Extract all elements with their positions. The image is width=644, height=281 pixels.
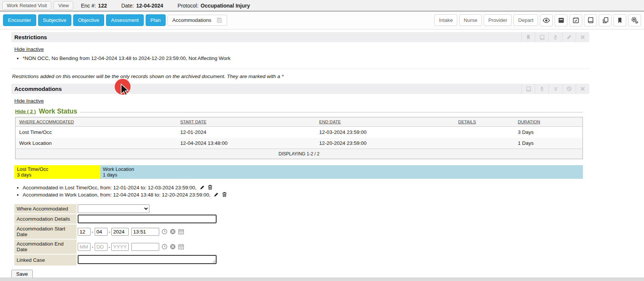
table-row[interactable]: Lost Time/Occ 12-01-2024 12-03-2024 23:5… — [15, 127, 583, 138]
clear-date-icon[interactable] — [170, 244, 176, 250]
nurse-button[interactable]: Nurse — [459, 14, 482, 26]
tab-subjective[interactable]: Subjective — [38, 14, 71, 26]
accommodation-entries: Accommodated in Lost Time/Occ, from: 12-… — [11, 184, 589, 198]
work-related-visit-button[interactable]: Work Related Visit — [2, 1, 51, 10]
encounter-number: Enc #: 122 — [81, 3, 107, 9]
end-month-input[interactable] — [78, 243, 91, 251]
copy-icon[interactable] — [599, 14, 612, 26]
start-time-input[interactable] — [131, 228, 159, 236]
work-status-hide-link[interactable]: Hide ( 2 ) — [15, 109, 36, 114]
displaying-label: DISPLAYING 1-2 / 2 — [15, 149, 583, 159]
list-item: Accommodated in Lost Time/Occ, from: 12-… — [23, 184, 589, 190]
where-accommodated-select[interactable] — [78, 204, 149, 213]
save-button[interactable]: Save — [11, 270, 33, 278]
cell-duration: 1 Days — [514, 138, 583, 149]
end-time-input[interactable] — [131, 243, 159, 251]
fieldset-line — [80, 112, 583, 112]
clock-icon[interactable] — [161, 229, 168, 235]
trash-icon[interactable] — [207, 184, 213, 190]
protocol-value: Occupational Injury — [201, 3, 250, 9]
timeline-segment-lost-time: Lost Time/Occ 3 days — [14, 165, 100, 179]
restrictions-hide-inactive-link[interactable]: Hide Inactive — [14, 46, 44, 52]
protocol: Protocol: Occupational Injury — [178, 3, 250, 9]
edit-pencil-icon[interactable] — [200, 185, 205, 190]
tab-objective[interactable]: Objective — [73, 14, 104, 26]
clock-icon[interactable] — [161, 244, 168, 250]
calendar-check-icon[interactable] — [569, 14, 582, 26]
microphone-icon[interactable] — [535, 84, 549, 94]
double-chevron-down-icon[interactable] — [549, 84, 562, 94]
end-day-input[interactable] — [95, 243, 108, 251]
calendar-icon[interactable] — [178, 229, 184, 235]
trash-icon[interactable] — [222, 192, 227, 197]
provider-button[interactable]: Provider — [484, 14, 512, 26]
main-toolbar: Encounter Subjective Objective Assessmen… — [0, 11, 644, 29]
col-details[interactable]: DETAILS — [455, 117, 514, 127]
cell-end: 12-20-2024 23:59:00 — [315, 138, 454, 149]
restrictions-title: Restrictions — [14, 34, 47, 40]
clear-date-icon[interactable] — [170, 229, 176, 235]
cell-end: 12-03-2024 23:59:00 — [315, 127, 454, 138]
date-separator: - — [92, 244, 94, 250]
enc-value: 122 — [98, 3, 107, 9]
cell-duration: 3 Days — [514, 127, 583, 138]
col-where-accommodated[interactable]: WHERE ACCOMMODATED — [15, 117, 177, 127]
content-area: Restrictions Hide Inactive *NON OCC, No … — [11, 32, 589, 281]
accommodation-end-date-label: Accommodation End Date — [14, 240, 77, 254]
restriction-item: *NON OCC, No Bending from 12-04-2024 13:… — [23, 55, 589, 61]
tab-plan[interactable]: Plan — [146, 14, 166, 26]
table-row[interactable]: Work Location 12-04-2024 13:48:00 12-20-… — [15, 138, 583, 149]
list-item: Accommodated in Work Location, from: 12-… — [23, 192, 589, 198]
accommodations-hide-inactive-link[interactable]: Hide Inactive — [14, 98, 44, 104]
archive-icon[interactable] — [555, 14, 567, 26]
cell-details — [455, 138, 514, 149]
start-year-input[interactable] — [111, 228, 129, 236]
view-button[interactable]: View — [54, 1, 73, 10]
bookmark-icon[interactable] — [613, 14, 626, 26]
date-separator: - — [109, 229, 111, 235]
accommodation-details-label: Accommodation Details — [14, 214, 77, 224]
date-label: Date: — [121, 3, 134, 9]
segment-duration: 3 days — [17, 172, 98, 178]
calendar-icon[interactable] — [178, 244, 184, 250]
close-icon[interactable] — [576, 84, 589, 94]
cell-details — [455, 127, 514, 138]
end-year-input[interactable] — [111, 243, 129, 251]
start-month-input[interactable] — [78, 228, 91, 236]
bottom-scroll-strip — [0, 278, 644, 281]
edit-pencil-icon[interactable] — [214, 192, 219, 197]
tab-accommodations-active[interactable]: Accommodations — [168, 15, 227, 26]
segment-label: Lost Time/Occ — [17, 166, 98, 172]
enc-label: Enc #: — [81, 3, 96, 9]
book-icon[interactable] — [521, 84, 535, 94]
work-status-section: Hide ( 2 ) Work Status WHERE ACCOMMODATE… — [15, 107, 583, 159]
depart-button[interactable]: Depart — [513, 14, 538, 26]
pagination-row: DISPLAYING 1-2 / 2 — [15, 149, 583, 159]
col-end-date[interactable]: END DATE — [315, 117, 454, 127]
restrictions-header: Restrictions — [11, 32, 589, 42]
microphone-icon[interactable] — [549, 32, 562, 42]
tab-assessment[interactable]: Assessment — [106, 14, 144, 26]
col-start-date[interactable]: START DATE — [177, 117, 315, 127]
bookmark-icon[interactable] — [521, 32, 535, 42]
table-header-row: WHERE ACCOMMODATED START DATE END DATE D… — [15, 117, 583, 127]
book-icon[interactable] — [535, 32, 549, 42]
settings-gears-icon[interactable] — [628, 14, 641, 26]
divider — [11, 69, 589, 69]
cell-where: Lost Time/Occ — [15, 127, 177, 138]
date-value: 12-04-2024 — [136, 3, 163, 9]
pencil-icon[interactable] — [562, 32, 576, 42]
top-bar: Work Related Visit View Enc #: 122 Date:… — [0, 0, 644, 11]
accommodation-form: Where Accommodated Accommodation Details… — [14, 203, 217, 266]
col-duration[interactable]: DURATION — [514, 117, 583, 127]
close-icon[interactable] — [576, 32, 589, 42]
linked-case-input[interactable] — [78, 255, 217, 264]
eye-icon[interactable] — [540, 14, 553, 26]
accommodation-timeline: Lost Time/Occ 3 days Work Location 1 day… — [14, 165, 583, 179]
intake-button[interactable]: Intake — [434, 14, 457, 26]
block-icon[interactable] — [562, 84, 576, 94]
accommodation-details-input[interactable] — [78, 215, 217, 223]
start-day-input[interactable] — [95, 228, 108, 236]
tab-encounter[interactable]: Encounter — [3, 14, 36, 26]
book-icon[interactable] — [584, 14, 597, 26]
